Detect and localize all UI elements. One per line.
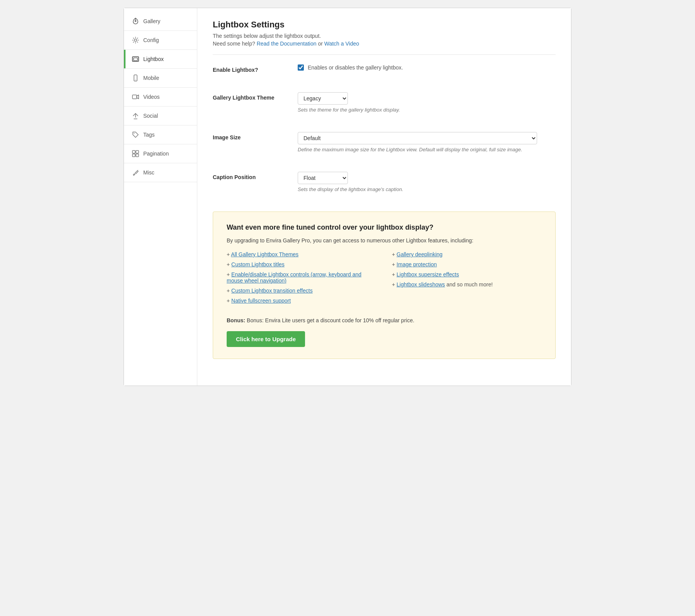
sidebar-label-pagination: Pagination: [143, 151, 169, 157]
svg-rect-10: [136, 154, 139, 157]
upgrade-features: + All Gallery Lightbox Themes + Custom L…: [227, 251, 542, 308]
sidebar-item-social[interactable]: Social: [124, 107, 197, 125]
image-size-desc: Define the maximum image size for the Li…: [298, 147, 556, 152]
image-size-select[interactable]: Default Thumbnail Medium Large Full: [298, 132, 537, 144]
caption-position-desc: Sets the display of the lightbox image's…: [298, 186, 556, 192]
sidebar: Gallery Config Lightbox: [124, 8, 197, 386]
upgrade-features-col2: + Gallery deeplinking + Image protection…: [392, 251, 542, 308]
sidebar-label-videos: Videos: [143, 94, 160, 100]
sidebar-label-misc: Misc: [143, 169, 154, 176]
feature-link-4[interactable]: Custom Lightbox transition effects: [231, 288, 313, 294]
caption-position-label: Caption Position: [213, 172, 298, 180]
page-help-links: Need some help? Read the Documentation o…: [213, 41, 556, 47]
doc-link[interactable]: Read the Documentation: [257, 41, 317, 47]
upgrade-features-col1: + All Gallery Lightbox Themes + Custom L…: [227, 251, 376, 308]
feature-link-1[interactable]: All Gallery Lightbox Themes: [231, 251, 298, 257]
upgrade-intro: By upgrading to Envira Gallery Pro, you …: [227, 237, 542, 244]
enable-lightbox-checkbox-row: Enables or disables the gallery lightbox…: [298, 64, 556, 71]
image-size-control: Default Thumbnail Medium Large Full Defi…: [298, 132, 556, 152]
app-container: Gallery Config Lightbox: [124, 8, 571, 386]
lightbox-theme-desc: Sets the theme for the gallery lightbox …: [298, 107, 556, 113]
social-icon: [132, 112, 139, 120]
page-description: The settings below adjust the lightbox o…: [213, 33, 556, 39]
upgrade-feature-7: + Image protection: [392, 261, 542, 267]
sidebar-item-config[interactable]: Config: [124, 31, 197, 50]
feature-link-9[interactable]: Lightbox slideshows: [397, 281, 445, 288]
sidebar-label-social: Social: [143, 113, 158, 119]
svg-point-6: [134, 133, 135, 134]
or-text: or: [318, 41, 324, 47]
page-title: Lightbox Settings: [213, 20, 556, 30]
caption-position-row: Caption Position Float Below Over None S…: [213, 172, 556, 200]
svg-rect-5: [132, 95, 137, 99]
sidebar-item-lightbox[interactable]: Lightbox: [124, 50, 197, 69]
config-icon: [132, 36, 139, 44]
gallery-icon: [132, 17, 139, 25]
tags-icon: [132, 131, 139, 139]
upgrade-title: Want even more fine tuned control over y…: [227, 223, 542, 232]
svg-point-4: [135, 80, 136, 80]
bonus-text: Bonus: Envira Lite users get a discount …: [247, 317, 414, 323]
sidebar-item-pagination[interactable]: Pagination: [124, 144, 197, 163]
sidebar-label-mobile: Mobile: [143, 75, 159, 81]
feature-link-7[interactable]: Image protection: [397, 261, 437, 267]
svg-rect-9: [132, 154, 135, 157]
upgrade-feature-3: + Enable/disable Lightbox controls (arro…: [227, 271, 376, 284]
caption-position-control: Float Below Over None Sets the display o…: [298, 172, 556, 192]
upgrade-feature-5: + Native fullscreen support: [227, 298, 376, 304]
enable-lightbox-checkbox[interactable]: [298, 64, 304, 71]
lightbox-theme-row: Gallery Lightbox Theme Legacy Dark Light…: [213, 92, 556, 120]
feature-link-2[interactable]: Custom Lightbox titles: [231, 261, 285, 267]
lightbox-icon: [132, 55, 139, 63]
svg-rect-8: [136, 151, 139, 153]
sidebar-label-config: Config: [143, 37, 159, 43]
upgrade-feature-8: + Lightbox supersize effects: [392, 271, 542, 278]
mobile-icon: [132, 74, 139, 82]
pagination-icon: [132, 150, 139, 157]
videos-icon: [132, 93, 139, 101]
upgrade-box: Want even more fine tuned control over y…: [213, 212, 556, 359]
sidebar-item-videos[interactable]: Videos: [124, 88, 197, 107]
lightbox-theme-select[interactable]: Legacy Dark Light Modern: [298, 92, 348, 105]
misc-icon: [132, 169, 139, 176]
feature-link-6[interactable]: Gallery deeplinking: [397, 251, 442, 257]
bonus-label: Bonus:: [227, 317, 245, 323]
enable-lightbox-label: Enable Lightbox?: [213, 64, 298, 73]
help-prefix: Need some help?: [213, 41, 255, 47]
sidebar-item-mobile[interactable]: Mobile: [124, 69, 197, 88]
enable-lightbox-control: Enables or disables the gallery lightbox…: [298, 64, 556, 71]
sidebar-item-gallery[interactable]: Gallery: [124, 12, 197, 31]
image-size-label: Image Size: [213, 132, 298, 140]
upgrade-bonus: Bonus: Bonus: Envira Lite users get a di…: [227, 317, 542, 323]
caption-position-select[interactable]: Float Below Over None: [298, 172, 348, 184]
lightbox-theme-label: Gallery Lightbox Theme: [213, 92, 298, 101]
sidebar-label-gallery: Gallery: [143, 18, 160, 24]
enable-lightbox-desc: Enables or disables the gallery lightbox…: [308, 64, 403, 71]
feature-link-8[interactable]: Lightbox supersize effects: [397, 271, 459, 278]
image-size-row: Image Size Default Thumbnail Medium Larg…: [213, 132, 556, 160]
svg-point-0: [134, 39, 137, 41]
sidebar-label-tags: Tags: [143, 132, 155, 138]
enable-lightbox-row: Enable Lightbox? Enables or disables the…: [213, 64, 556, 81]
upgrade-feature-9: + Lightbox slideshows and so much more!: [392, 281, 542, 288]
main-content: Lightbox Settings The settings below adj…: [197, 8, 571, 386]
sidebar-item-misc[interactable]: Misc: [124, 163, 197, 182]
feature-link-3[interactable]: Enable/disable Lightbox controls (arrow,…: [227, 271, 361, 284]
upgrade-button[interactable]: Click here to Upgrade: [227, 331, 305, 347]
upgrade-feature-2: + Custom Lightbox titles: [227, 261, 376, 267]
upgrade-feature-1: + All Gallery Lightbox Themes: [227, 251, 376, 257]
sidebar-item-tags[interactable]: Tags: [124, 125, 197, 144]
svg-rect-7: [132, 151, 135, 153]
lightbox-theme-control: Legacy Dark Light Modern Sets the theme …: [298, 92, 556, 113]
upgrade-feature-6: + Gallery deeplinking: [392, 251, 542, 257]
video-link[interactable]: Watch a Video: [324, 41, 359, 47]
header-divider: [213, 54, 556, 55]
upgrade-feature-4: + Custom Lightbox transition effects: [227, 288, 376, 294]
sidebar-label-lightbox: Lightbox: [143, 56, 164, 62]
svg-rect-2: [134, 58, 137, 61]
feature-link-5[interactable]: Native fullscreen support: [231, 298, 291, 304]
